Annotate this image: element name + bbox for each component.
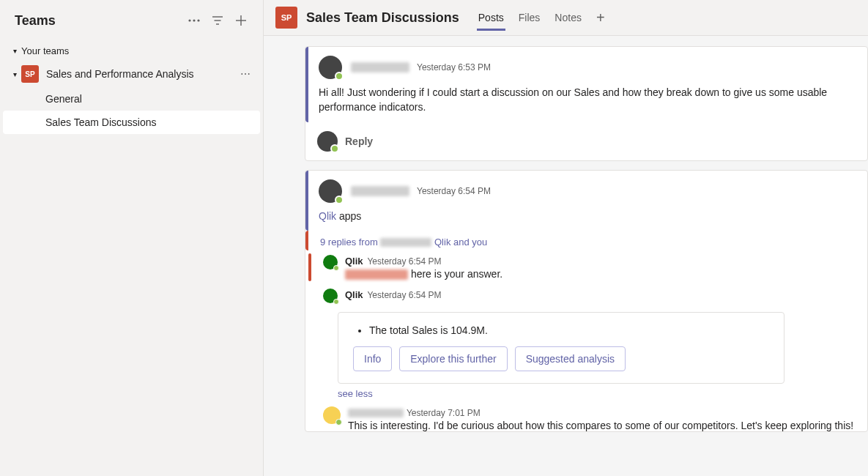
add-tab-icon[interactable]: + (589, 8, 612, 27)
post-timestamp: Yesterday 6:53 PM (417, 62, 491, 72)
author-name-redacted (351, 62, 409, 72)
post-body-rest: apps (336, 210, 361, 222)
author-name-redacted (348, 409, 404, 417)
post: Yesterday 6:54 PM Qlik apps (305, 171, 867, 231)
user-avatar[interactable] (319, 56, 342, 79)
post: Yesterday 6:53 PM Hi all! Just wondering… (305, 47, 867, 122)
reply-item: Qlik Yesterday 6:54 PM (316, 284, 867, 308)
team-avatar: SP (21, 65, 39, 83)
channel-header: SP Sales Team Discussions Posts Files No… (264, 0, 868, 36)
reply-bar[interactable]: Reply (305, 122, 867, 160)
sidebar-title: Teams (15, 13, 181, 29)
post-card: Yesterday 6:54 PM Qlik apps 9 replies fr… (305, 170, 868, 433)
reply-timestamp: Yesterday 6:54 PM (367, 290, 441, 300)
channel-general[interactable]: General (0, 87, 263, 111)
presence-available-icon (330, 144, 339, 153)
reply-timestamp: Yesterday 6:54 PM (367, 256, 441, 267)
presence-available-icon (335, 72, 344, 81)
reply-author: Qlik (345, 256, 363, 267)
tab-files[interactable]: Files (511, 4, 548, 31)
thread-summary[interactable]: 9 replies from Qlik and you (305, 231, 867, 250)
replies-count: 9 replies from (320, 237, 380, 248)
post-body: Qlik apps (319, 209, 856, 223)
post-timestamp: Yesterday 6:54 PM (417, 186, 491, 196)
reply-body-text: here is your answer. (408, 268, 502, 280)
main-pane: SP Sales Team Discussions Posts Files No… (264, 0, 868, 476)
user-avatar[interactable] (323, 406, 341, 424)
channel-avatar: SP (275, 7, 297, 29)
svg-point-2 (197, 19, 199, 21)
reply-item: Qlik Yesterday 6:54 PM here is your answ… (316, 250, 867, 284)
presence-available-icon (333, 299, 339, 305)
info-button[interactable]: Info (353, 346, 392, 371)
mention-redacted (345, 269, 408, 280)
reply-author: Qlik (345, 289, 363, 300)
team-more-icon[interactable]: ⋯ (237, 68, 254, 80)
suggested-analysis-button[interactable]: Suggested analysis (515, 346, 626, 371)
answer-card: The total Sales is 104.9M. Info Explore … (338, 312, 784, 384)
reply-body: here is your answer. (345, 268, 502, 280)
svg-point-1 (193, 19, 195, 21)
qlik-avatar[interactable] (323, 289, 338, 303)
reply-item: Yesterday 7:01 PM This is interesting. I… (316, 401, 867, 431)
channel-sales-team-discussions[interactable]: Sales Team Discussions (3, 111, 260, 134)
tab-posts[interactable]: Posts (471, 4, 511, 31)
section-label: Your teams (21, 45, 69, 56)
add-team-icon[interactable] (231, 10, 251, 31)
channel-title: Sales Team Discussions (306, 10, 459, 26)
team-name: Sales and Performance Analysis (46, 68, 237, 80)
team-row[interactable]: ▾ SP Sales and Performance Analysis ⋯ (0, 61, 263, 87)
tab-notes[interactable]: Notes (547, 4, 589, 31)
sidebar-header: Teams (0, 3, 263, 35)
svg-point-0 (188, 19, 190, 21)
author-name-redacted (351, 186, 409, 196)
more-icon[interactable] (184, 10, 204, 31)
caret-down-icon: ▾ (13, 70, 17, 78)
presence-available-icon (335, 419, 342, 425)
caret-down-icon: ▾ (13, 47, 17, 55)
replies-suffix: Qlik and you (431, 237, 487, 248)
reply-body: This is interesting. I'd be curious abou… (348, 420, 853, 431)
qlik-link[interactable]: Qlik (319, 210, 336, 222)
reply-avatar (317, 131, 338, 152)
answer-text: The total Sales is 104.9M. (369, 324, 769, 336)
channel-tabs: Posts Files Notes + (471, 4, 612, 31)
posts-feed: Yesterday 6:53 PM Hi all! Just wondering… (264, 36, 868, 441)
post-card: Yesterday 6:53 PM Hi all! Just wondering… (305, 46, 868, 161)
presence-available-icon (333, 265, 339, 271)
see-less-link[interactable]: see less (316, 384, 373, 401)
qlik-avatar[interactable] (323, 255, 338, 269)
filter-icon[interactable] (207, 10, 228, 31)
your-teams-section[interactable]: ▾ Your teams (0, 35, 263, 61)
reply-label: Reply (345, 135, 373, 147)
reply-timestamp: Yesterday 7:01 PM (407, 408, 481, 418)
user-avatar[interactable] (319, 179, 342, 203)
presence-available-icon (335, 196, 344, 204)
post-body: Hi all! Just wondering if I could start … (319, 85, 856, 115)
teams-sidebar: Teams ▾ Your teams ▾ SP Sales and Perfor… (0, 0, 264, 476)
name-redacted (380, 238, 431, 247)
explore-button[interactable]: Explore this further (399, 346, 508, 371)
